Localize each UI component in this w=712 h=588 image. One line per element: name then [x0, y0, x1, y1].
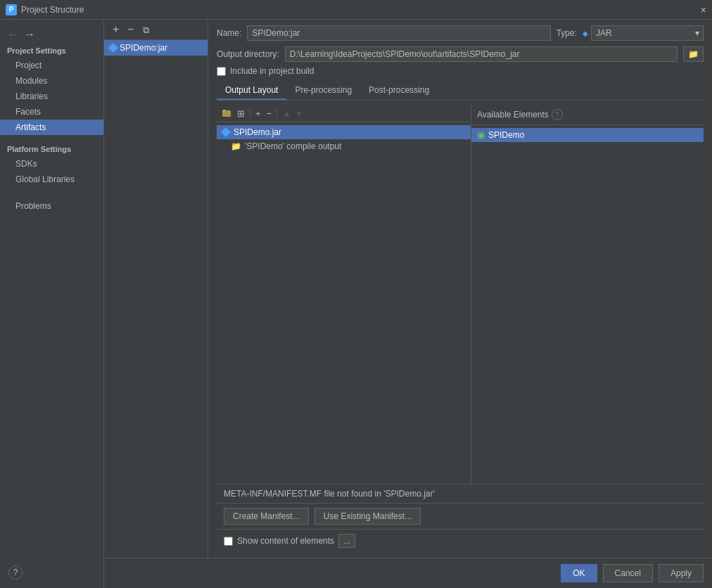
- bottom-bar: OK Cancel Apply: [104, 558, 712, 588]
- available-content: ▣ SPIDemo: [471, 125, 704, 484]
- output-dir-label: Output directory:: [217, 49, 279, 59]
- include-in-build-checkbox[interactable]: [217, 67, 226, 76]
- tree-folder-btn[interactable]: [220, 107, 234, 120]
- sidebar: ← → Project Settings Project Modules Lib…: [0, 20, 104, 588]
- sidebar-item-modules[interactable]: Modules: [0, 73, 103, 89]
- info-icon[interactable]: ?: [552, 109, 563, 120]
- artifact-list-item[interactable]: SPIDemo:jar: [104, 40, 208, 56]
- create-manifest-button[interactable]: Create Manifest...: [224, 508, 309, 525]
- more-button[interactable]: ...: [338, 534, 355, 548]
- available-panel: Available Elements ? ▣ SPIDemo: [471, 105, 704, 484]
- title-bar: P Project Structure ×: [0, 0, 712, 20]
- back-arrow[interactable]: ←: [6, 28, 20, 41]
- title-bar-title: Project Structure: [21, 5, 701, 15]
- project-settings-section: Project Settings: [0, 44, 103, 58]
- main-layout: ← → Project Settings Project Modules Lib…: [0, 20, 712, 588]
- show-content-checkbox[interactable]: [224, 537, 233, 546]
- tree-item-compile-output[interactable]: 📁 'SPIDemo' compile output: [217, 139, 471, 153]
- type-select-wrapper: ◆ JAR: [583, 25, 704, 41]
- copy-artifact-button[interactable]: ⧉: [140, 24, 152, 36]
- available-elements-label: Available Elements: [477, 110, 549, 120]
- show-content-label: Show content of elements: [237, 536, 334, 546]
- svg-rect-0: [222, 110, 231, 117]
- output-layout-area: ⊞ + − ▲ ▾ SPIDemo.jar: [217, 105, 704, 484]
- svg-rect-1: [222, 110, 226, 111]
- sidebar-item-artifacts[interactable]: Artifacts: [0, 120, 103, 135]
- tree-remove-btn[interactable]: −: [265, 108, 274, 119]
- tab-pre-processing[interactable]: Pre-processing: [286, 82, 360, 100]
- jar-icon: [221, 127, 231, 137]
- right-panel: Name: Type: ◆ JAR Output directory: 📁: [208, 20, 712, 558]
- tree-item-spidemo-jar-label: SPIDemo.jar: [234, 127, 281, 137]
- platform-settings-section: Platform Settings: [0, 142, 103, 156]
- tab-output-layout[interactable]: Output Layout: [217, 82, 286, 100]
- bottom-checkbox-row: Show content of elements ...: [217, 529, 704, 552]
- use-existing-manifest-button[interactable]: Use Existing Manifest...: [314, 508, 421, 525]
- close-button[interactable]: ×: [701, 4, 706, 15]
- warning-message: META-INF/MANIFEST.MF file not found in '…: [217, 484, 704, 503]
- tabs-bar: Output Layout Pre-processing Post-proces…: [217, 82, 704, 101]
- output-dir-input[interactable]: [285, 46, 678, 62]
- folder-icon: 📁: [231, 141, 241, 151]
- browse-button[interactable]: 📁: [683, 46, 704, 62]
- tab-post-processing[interactable]: Post-processing: [360, 82, 438, 100]
- toolbar-sep-1: [250, 108, 250, 118]
- tree-grid-btn[interactable]: ⊞: [235, 108, 247, 119]
- tree-item-compile-output-label: 'SPIDemo' compile output: [245, 141, 341, 151]
- tree-move-down-btn[interactable]: ▾: [295, 108, 304, 119]
- sidebar-item-project[interactable]: Project: [0, 58, 103, 73]
- remove-artifact-button[interactable]: −: [125, 23, 136, 37]
- module-icon: ▣: [477, 130, 485, 140]
- cancel-button[interactable]: Cancel: [603, 564, 653, 582]
- available-elements-header: Available Elements ?: [471, 105, 704, 125]
- include-in-build-label: Include in project build: [230, 66, 314, 76]
- tree-panel: ⊞ + − ▲ ▾ SPIDemo.jar: [217, 105, 471, 484]
- type-select[interactable]: JAR: [591, 25, 704, 41]
- type-label: Type:: [557, 28, 577, 38]
- forward-arrow[interactable]: →: [23, 28, 37, 41]
- app-icon: P: [6, 4, 17, 15]
- add-artifact-button[interactable]: +: [110, 23, 122, 37]
- tree-add-btn[interactable]: +: [253, 108, 263, 119]
- sidebar-item-global-libraries[interactable]: Global Libraries: [0, 172, 103, 187]
- artifacts-toolbar: + − ⧉: [104, 20, 208, 40]
- available-item-spidemo[interactable]: ▣ SPIDemo: [471, 128, 704, 142]
- tree-toolbar: ⊞ + − ▲ ▾: [217, 105, 471, 122]
- sidebar-nav: ← →: [0, 25, 103, 44]
- name-type-row: Name: Type: ◆ JAR: [217, 25, 704, 41]
- tree-move-up-btn[interactable]: ▲: [280, 108, 293, 119]
- sidebar-item-facets[interactable]: Facets: [0, 104, 103, 120]
- name-label: Name:: [217, 28, 241, 38]
- tree-content: SPIDemo.jar 📁 'SPIDemo' compile output: [217, 122, 471, 484]
- type-diamond-icon: ◆: [583, 30, 588, 37]
- apply-button[interactable]: Apply: [659, 564, 704, 582]
- sidebar-item-problems[interactable]: Problems: [0, 198, 103, 214]
- help-button[interactable]: ?: [8, 565, 23, 580]
- jar-diamond-icon: [108, 43, 118, 53]
- tree-item-spidemo-jar[interactable]: SPIDemo.jar: [217, 125, 471, 139]
- artifacts-column: + − ⧉ SPIDemo:jar: [104, 20, 208, 558]
- artifact-name: SPIDemo:jar: [120, 43, 167, 53]
- name-input[interactable]: [247, 25, 550, 41]
- output-dir-row: Output directory: 📁: [217, 46, 704, 62]
- available-item-spidemo-label: SPIDemo: [488, 130, 524, 140]
- toolbar-sep-2: [276, 108, 277, 118]
- ok-button[interactable]: OK: [561, 564, 597, 582]
- sidebar-item-sdks[interactable]: SDKs: [0, 156, 103, 172]
- include-in-build-row: Include in project build: [217, 66, 704, 76]
- action-buttons-row: Create Manifest... Use Existing Manifest…: [217, 503, 704, 529]
- sidebar-item-libraries[interactable]: Libraries: [0, 89, 103, 104]
